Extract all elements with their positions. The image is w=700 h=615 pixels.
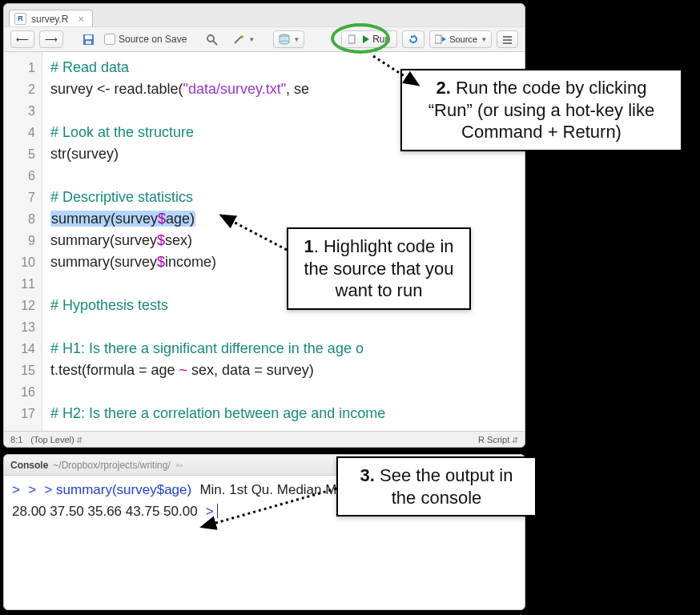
console-path: ~/Dropbox/rprojects/writing/ bbox=[53, 460, 170, 471]
save-button[interactable] bbox=[78, 30, 99, 48]
notebook-button[interactable]: ▾ bbox=[273, 30, 304, 48]
svg-rect-12 bbox=[435, 35, 441, 43]
r-file-icon: R bbox=[14, 13, 26, 25]
editor-status-bar: 8:1 (Top Level) R Script bbox=[4, 431, 525, 447]
search-button[interactable] bbox=[201, 30, 223, 48]
annotation-3: 3. See the output in the console bbox=[336, 456, 537, 517]
source-on-save-checkbox[interactable]: Source on Save bbox=[104, 34, 187, 45]
svg-point-3 bbox=[207, 35, 214, 42]
svg-rect-10 bbox=[348, 35, 355, 43]
line-number-gutter: 123 456 789 101112 131415 1617 bbox=[4, 52, 42, 431]
tab-label: survey.R bbox=[31, 14, 68, 25]
annotation-1: 1. Highlight code in the source that you… bbox=[287, 227, 471, 310]
rerun-button[interactable] bbox=[402, 30, 424, 48]
svg-point-9 bbox=[280, 41, 289, 44]
svg-rect-2 bbox=[86, 41, 91, 44]
forward-button[interactable]: ⟶ bbox=[39, 30, 63, 48]
source-button[interactable]: Source ▾ bbox=[429, 30, 492, 48]
console-arrow-icon[interactable]: ➳ bbox=[175, 460, 183, 471]
language-selector[interactable]: R Script bbox=[478, 435, 518, 444]
svg-line-4 bbox=[213, 41, 217, 45]
tab-survey-r[interactable]: R survey.R × bbox=[9, 10, 93, 26]
tab-bar: R survey.R × bbox=[4, 4, 525, 26]
back-button[interactable]: ⟵ bbox=[10, 30, 34, 48]
run-arrow-icon bbox=[363, 35, 369, 43]
svg-marker-13 bbox=[442, 37, 446, 42]
outline-button[interactable] bbox=[497, 30, 518, 48]
wand-button[interactable]: ✦ ▾ bbox=[227, 30, 259, 48]
editor-toolbar: ⟵ ⟶ Source on Save ✦ ▾ ▾ bbox=[4, 26, 525, 52]
svg-text:✦: ✦ bbox=[239, 34, 245, 41]
console-title: Console bbox=[10, 460, 48, 471]
annotation-2: 2. Run the code by clicking “Run” (or us… bbox=[400, 69, 682, 151]
run-button[interactable]: Run bbox=[341, 30, 397, 48]
svg-rect-1 bbox=[85, 35, 92, 39]
close-icon[interactable]: × bbox=[78, 13, 84, 25]
cursor-position: 8:1 bbox=[10, 435, 22, 444]
scope-selector[interactable]: (Top Level) bbox=[30, 435, 82, 444]
